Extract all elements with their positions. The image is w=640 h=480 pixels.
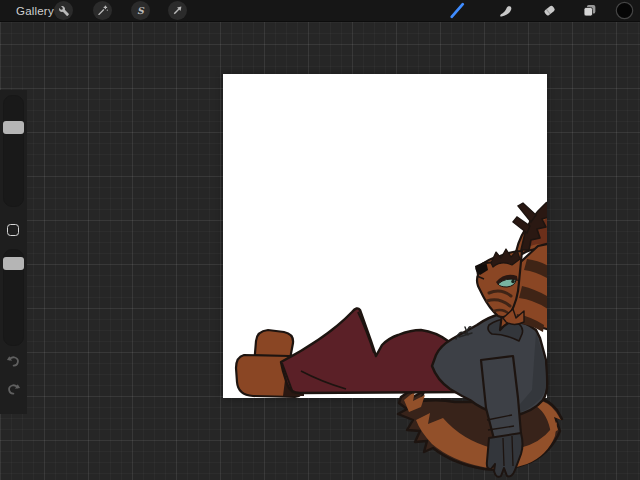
color-button[interactable] bbox=[615, 1, 634, 20]
gallery-button[interactable]: Gallery bbox=[10, 0, 60, 21]
adjustments-button[interactable] bbox=[93, 1, 112, 20]
drawing-canvas[interactable] bbox=[223, 74, 547, 398]
undo-button[interactable] bbox=[4, 352, 23, 371]
brush-sidebar bbox=[0, 90, 27, 414]
s-ribbon-icon: S bbox=[134, 4, 147, 17]
smudge-button[interactable] bbox=[496, 1, 515, 20]
brush-size-handle[interactable] bbox=[3, 121, 24, 134]
brush-stroke-icon bbox=[448, 1, 467, 20]
transform-button[interactable] bbox=[168, 1, 187, 20]
undo-icon bbox=[4, 359, 23, 374]
modify-button[interactable] bbox=[7, 224, 19, 236]
layers-icon bbox=[581, 2, 598, 19]
paint-button[interactable] bbox=[448, 1, 467, 20]
smudge-finger-icon bbox=[497, 2, 514, 19]
procreate-workspace: Gallery bbox=[0, 0, 640, 480]
redo-button[interactable] bbox=[4, 380, 23, 399]
arrow-cursor-icon bbox=[171, 4, 184, 17]
wrench-icon bbox=[57, 4, 70, 17]
magic-wand-icon bbox=[96, 4, 109, 17]
character-tail bbox=[398, 388, 562, 470]
selection-button[interactable]: S bbox=[131, 1, 150, 20]
svg-text:S: S bbox=[137, 5, 145, 16]
eraser-icon bbox=[541, 2, 558, 19]
opacity-handle[interactable] bbox=[3, 257, 24, 270]
color-circle-icon bbox=[615, 1, 634, 20]
actions-button[interactable] bbox=[54, 1, 73, 20]
layers-button[interactable] bbox=[580, 1, 599, 20]
top-toolbar: Gallery bbox=[0, 0, 640, 22]
brush-size-slider[interactable] bbox=[3, 95, 24, 207]
erase-button[interactable] bbox=[540, 1, 559, 20]
redo-icon bbox=[4, 387, 23, 402]
